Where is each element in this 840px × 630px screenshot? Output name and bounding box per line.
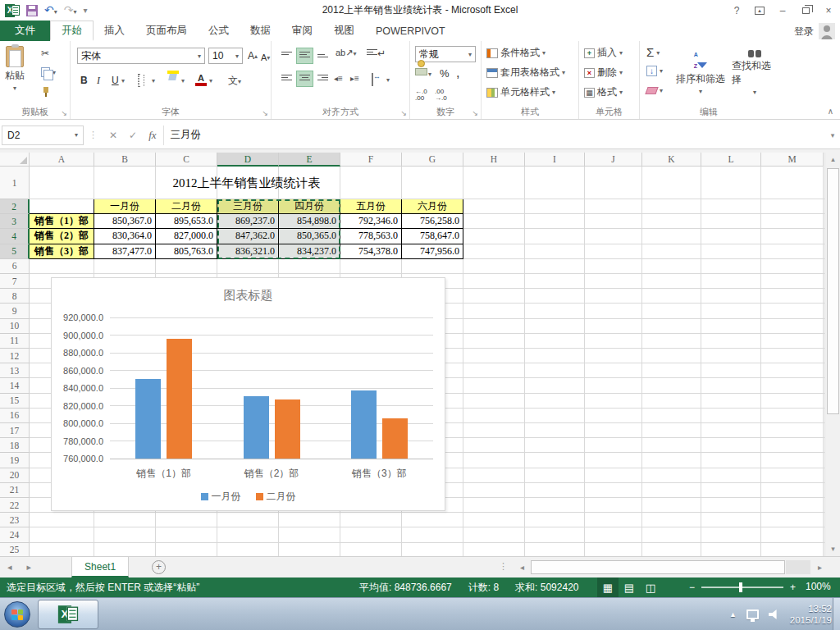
decrease-decimal-button[interactable]: .00→.0	[435, 89, 447, 102]
align-right-button[interactable]	[314, 71, 331, 87]
row-header-13[interactable]: 13	[0, 363, 30, 378]
tab-审阅[interactable]: 审阅	[281, 21, 323, 41]
comma-style-button[interactable]: ,	[456, 66, 459, 80]
zoom-in-button[interactable]: +	[790, 582, 796, 593]
tab-数据[interactable]: 数据	[240, 21, 281, 41]
styles-item-条件格式[interactable]: 条件格式▾	[486, 46, 565, 60]
horizontal-scrollbar[interactable]: ◂ ▸	[515, 559, 827, 575]
cell-A2[interactable]	[30, 199, 94, 214]
font-name-combo[interactable]: 宋体▾	[77, 48, 205, 64]
tab-开始[interactable]: 开始	[50, 21, 94, 41]
align-bottom-button[interactable]	[314, 48, 331, 64]
italic-button[interactable]: I	[94, 72, 103, 89]
fill-button[interactable]: ↓▾	[646, 66, 663, 76]
number-format-combo[interactable]: 常规▾	[415, 46, 476, 62]
styles-item-单元格样式[interactable]: 单元格样式▾	[486, 85, 565, 99]
network-icon[interactable]	[746, 609, 759, 619]
horizontal-scroll-thumb[interactable]	[531, 560, 785, 574]
normal-view-button[interactable]: ▦	[597, 578, 619, 597]
alignment-dialog-launcher[interactable]: ↘	[400, 109, 407, 117]
zoom-slider-thumb[interactable]	[739, 582, 742, 592]
minimize-button[interactable]: –	[771, 2, 794, 20]
column-header-F[interactable]: F	[340, 153, 402, 167]
row-header-8[interactable]: 8	[0, 289, 30, 304]
month-header-cell-五月份[interactable]: 五月份	[340, 199, 402, 214]
row-header-3[interactable]: 3	[0, 214, 30, 229]
value-cell-r5c2[interactable]: 837,477.0	[94, 244, 156, 259]
column-header-G[interactable]: G	[402, 153, 463, 167]
column-header-A[interactable]: A	[30, 153, 94, 167]
column-header-M[interactable]: M	[761, 153, 824, 167]
month-header-cell-四月份[interactable]: 四月份	[279, 199, 340, 214]
tab-页面布局[interactable]: 页面布局	[135, 21, 198, 41]
scroll-right-button[interactable]: ▸	[813, 559, 827, 575]
confirm-entry-button[interactable]: ✓	[129, 130, 137, 141]
new-sheet-button[interactable]: +	[152, 560, 166, 574]
merge-center-dropdown[interactable]: ▾	[386, 76, 390, 84]
phonetic-guide-button[interactable]: 文▾	[228, 74, 241, 88]
sheet-nav-next-button[interactable]: ▸	[20, 562, 39, 573]
legend-item-一月份[interactable]: 一月份	[201, 490, 241, 504]
cut-button[interactable]: ✂	[41, 48, 49, 59]
percent-style-button[interactable]: %	[440, 67, 450, 80]
row-header-1[interactable]: 1	[0, 167, 30, 199]
month-header-cell-三月份[interactable]: 三月份	[217, 199, 279, 214]
align-top-button[interactable]	[278, 48, 295, 64]
increase-decimal-button[interactable]: ←.0.00	[415, 89, 427, 102]
page-break-view-button[interactable]: ◫	[640, 578, 661, 597]
worksheet-title-cell[interactable]: 2012上半年销售业绩统计表	[30, 167, 463, 199]
zoom-out-button[interactable]: −	[689, 582, 695, 593]
scroll-down-button[interactable]: ▾	[825, 542, 840, 556]
value-cell-r4c5[interactable]: 850,365.0	[279, 229, 340, 244]
underline-dropdown[interactable]: ▾	[121, 77, 125, 84]
scroll-left-button[interactable]: ◂	[515, 559, 529, 575]
column-header-I[interactable]: I	[525, 153, 585, 167]
show-desktop-button[interactable]	[833, 598, 840, 630]
column-header-C[interactable]: C	[156, 153, 217, 167]
value-cell-r4c3[interactable]: 827,000.0	[156, 229, 217, 244]
row-header-4[interactable]: 4	[0, 229, 30, 244]
row-header-6[interactable]: 6	[0, 259, 30, 274]
borders-dropdown[interactable]: ▾	[152, 77, 155, 84]
row-header-12[interactable]: 12	[0, 349, 30, 363]
taskbar-excel-button[interactable]: X	[38, 600, 98, 629]
hidden-icons-button[interactable]: ▲	[729, 610, 737, 619]
close-button[interactable]: ×	[817, 2, 840, 20]
expand-formula-bar-button[interactable]: ▾	[825, 131, 840, 139]
clipboard-dialog-launcher[interactable]: ↘	[61, 109, 67, 117]
font-color-button[interactable]: A	[195, 74, 207, 86]
tab-file[interactable]: 文件	[0, 21, 50, 41]
font-size-combo[interactable]: 10▾	[208, 48, 243, 64]
bar-一月份-销售（2）部[interactable]	[244, 396, 269, 459]
cell-grid[interactable]: 2012上半年销售业绩统计表一月份二月份三月份四月份五月份六月份销售（1）部85…	[30, 167, 824, 556]
clear-button[interactable]: ▾	[646, 87, 663, 94]
cells-item-删除[interactable]: ×删除▾	[584, 66, 623, 80]
value-cell-r4c6[interactable]: 778,563.0	[340, 229, 402, 244]
sign-in[interactable]: 登录	[794, 23, 835, 39]
horizontal-scroll-track[interactable]	[786, 560, 810, 574]
wrap-text-button[interactable]: ↵	[367, 48, 386, 59]
row-header-22[interactable]: 22	[0, 498, 30, 513]
column-header-H[interactable]: H	[463, 153, 525, 167]
namebox-splitter[interactable]: ⋮	[89, 130, 98, 140]
row-header-10[interactable]: 10	[0, 319, 30, 334]
value-cell-r3c6[interactable]: 792,346.0	[340, 214, 402, 229]
row-header-9[interactable]: 9	[0, 304, 30, 318]
tab-公式[interactable]: 公式	[198, 21, 240, 41]
value-cell-r4c2[interactable]: 830,364.0	[94, 229, 156, 244]
sheet-tab-sheet1[interactable]: Sheet1	[71, 557, 129, 578]
bar-二月份-销售（2）部[interactable]	[275, 399, 300, 459]
column-header-L[interactable]: L	[701, 153, 761, 167]
fill-color-dropdown[interactable]: ▾	[181, 77, 185, 84]
cells-item-格式[interactable]: ▦格式▾	[584, 85, 623, 99]
value-cell-r3c2[interactable]: 850,367.0	[94, 214, 156, 229]
row-header-25[interactable]: 25	[0, 543, 30, 556]
value-cell-r3c4[interactable]: 869,237.0	[217, 214, 279, 229]
start-button[interactable]	[4, 601, 30, 628]
bar-二月份-销售（1）部[interactable]	[167, 339, 192, 459]
value-cell-r4c4[interactable]: 847,362.0	[217, 229, 279, 244]
tab-scrollbar-splitter[interactable]: ⋮	[499, 561, 508, 572]
find-select-button[interactable]: 查找和选择▾	[732, 48, 778, 96]
row-header-16[interactable]: 16	[0, 409, 30, 423]
scroll-up-button[interactable]: ▴	[825, 153, 840, 167]
